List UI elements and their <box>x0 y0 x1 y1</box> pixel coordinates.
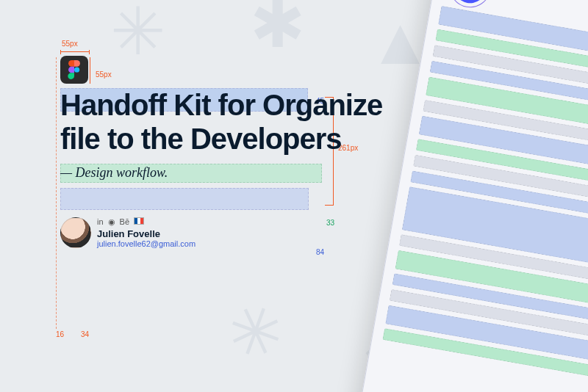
france-flag-icon <box>134 217 144 225</box>
page-subtitle: — Design workflow. <box>60 164 391 182</box>
measurement-top: 55px <box>62 40 78 48</box>
measurement-top-line <box>60 51 90 52</box>
avatar[interactable] <box>60 217 91 248</box>
measurement-bottom-a: 16 <box>56 330 64 338</box>
social-icons: in ◉ Bē <box>97 217 196 227</box>
figma-logo-svg <box>68 60 81 79</box>
author-name: Julien Fovelle <box>97 228 196 239</box>
author-row: in ◉ Bē Julien Fovelle julien.fovelle62@… <box>60 217 391 248</box>
page-title: Handoff Kit for Organize file to the Dev… <box>60 88 391 156</box>
linkedin-icon[interactable]: in <box>97 217 104 227</box>
behance-icon[interactable]: Bē <box>120 217 129 227</box>
selected-circle[interactable] <box>451 0 489 6</box>
bg-glyph: ✱ <box>250 0 305 62</box>
svg-point-0 <box>74 67 79 72</box>
dribbble-icon[interactable]: ◉ <box>108 217 115 227</box>
author-email[interactable]: julien.fovelle62@gmail.com <box>97 239 196 248</box>
measurement-bottom-b: 34 <box>81 330 89 338</box>
inspector-panel: I 48 12 8 10 16 14 60 <box>358 0 588 392</box>
figma-icon[interactable] <box>60 56 88 84</box>
bg-glyph: ✳ <box>216 286 294 377</box>
highlight-bar-spacer <box>60 188 309 210</box>
measurement-spacer-bar: 84 <box>316 248 324 256</box>
content-block: Handoff Kit for Organize file to the Dev… <box>60 56 391 248</box>
ruler-left <box>56 57 57 329</box>
